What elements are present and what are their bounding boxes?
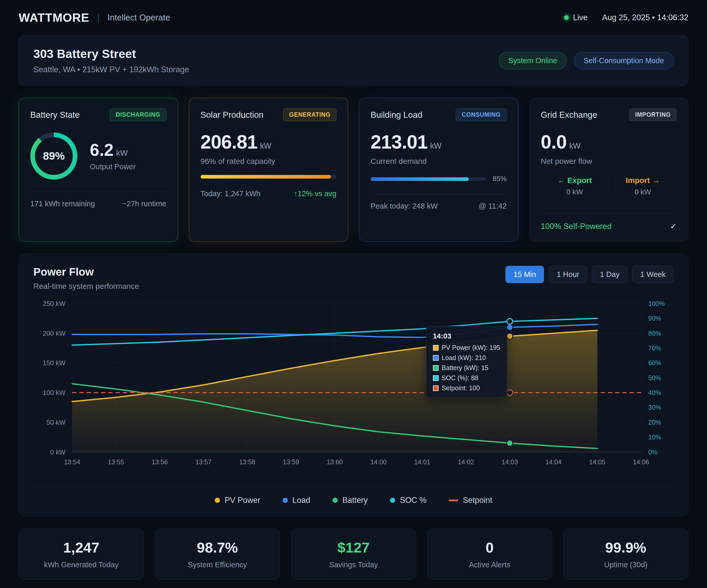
import-label: Import → xyxy=(609,176,677,185)
solar-kw: 206.81 xyxy=(201,131,258,153)
power-flow-chart[interactable]: 13:5413:5513:5613:5713:5813:5913:6014:00… xyxy=(33,297,674,480)
load-progress-percent: 85% xyxy=(493,175,506,183)
svg-text:13:54: 13:54 xyxy=(64,458,80,466)
site-badges: System Online Self-Consumption Mode xyxy=(499,52,674,69)
load-progress-fill xyxy=(371,177,469,181)
live-dot-icon xyxy=(564,15,569,20)
svg-text:14:06: 14:06 xyxy=(633,458,649,466)
svg-text:13:60: 13:60 xyxy=(327,458,343,466)
grid-unit: kW xyxy=(569,141,580,150)
battery-footer: 171 kWh remaining ~27h runtime xyxy=(30,200,166,208)
svg-text:14:04: 14:04 xyxy=(545,458,562,466)
tooltip-load-text: Load (kW): 210 xyxy=(442,354,486,362)
self-consumption-mode-badge[interactable]: Self-Consumption Mode xyxy=(574,52,674,69)
solar-unit: kW xyxy=(260,141,271,150)
chart-legend: PV Power Load Battery SOC % Setpoint xyxy=(33,486,674,507)
tooltip-pv-text: PV Power (kW): 195 xyxy=(442,344,500,352)
soc-dot-icon xyxy=(390,498,395,503)
time-range-selector: 15 Min 1 Hour 1 Day 1 Week xyxy=(505,266,674,283)
soc-swatch-icon xyxy=(433,375,439,381)
system-online-badge: System Online xyxy=(499,52,567,69)
kpi-efficiency-value: 98.7% xyxy=(160,539,275,556)
battery-remaining: 171 kWh remaining xyxy=(30,200,95,208)
kpi-savings-label: Savings Today xyxy=(296,561,411,569)
range-1day-button[interactable]: 1 Day xyxy=(592,266,628,283)
export-label: ← Export xyxy=(541,176,609,185)
battery-card-header: Battery State DISCHARGING xyxy=(30,108,166,121)
tooltip-time: 14:03 xyxy=(433,332,500,340)
power-flow-titles: Power Flow Real-time system performance xyxy=(33,266,139,291)
load-dot-icon xyxy=(282,498,288,503)
grid-export-import: ← Export 0 kW Import → 0 kW xyxy=(541,176,677,196)
load-peak: Peak today: 248 kW xyxy=(371,202,438,210)
site-subtitle: Seattle, WA • 215kW PV + 192kWh Storage xyxy=(33,65,189,74)
site-info: 303 Battery Street Seattle, WA • 215kW P… xyxy=(33,47,189,74)
svg-text:70%: 70% xyxy=(648,345,661,352)
generating-badge: GENERATING xyxy=(283,108,336,121)
brand-logo: WATTMORE xyxy=(19,11,89,25)
legend-pv-label: PV Power xyxy=(225,496,260,505)
brand-divider: | xyxy=(97,12,100,24)
range-1hour-button[interactable]: 1 Hour xyxy=(549,266,587,283)
stat-cards-row: Battery State DISCHARGING 89% 6.2kW Outp… xyxy=(19,98,688,242)
kpi-efficiency: 98.7% System Efficiency xyxy=(155,528,280,580)
svg-text:14:00: 14:00 xyxy=(370,458,386,466)
battery-output: 6.2kW Output Power xyxy=(90,141,136,171)
svg-text:100%: 100% xyxy=(648,300,665,307)
svg-text:50%: 50% xyxy=(648,374,661,382)
power-flow-subtitle: Real-time system performance xyxy=(33,282,139,291)
kpi-alerts-value: 0 xyxy=(432,539,547,556)
load-unit: kW xyxy=(430,141,441,150)
legend-battery[interactable]: Battery xyxy=(333,496,368,505)
grid-flow-label: Net power flow xyxy=(541,157,677,166)
kpi-savings-value: $127 xyxy=(296,539,411,556)
battery-soc-value: 89% xyxy=(43,150,65,162)
solar-card-title: Solar Production xyxy=(201,110,264,120)
topbar-right: Live Aug 25, 2025 • 14:06:32 xyxy=(564,13,688,22)
svg-text:250 kW: 250 kW xyxy=(43,300,66,307)
kpi-kwh-generated: 1,247 kWh Generated Today xyxy=(19,528,144,580)
kpi-efficiency-label: System Efficiency xyxy=(160,561,275,569)
solar-value: 206.81kW xyxy=(201,132,337,152)
range-15min-button[interactable]: 15 Min xyxy=(505,266,544,283)
range-1week-button[interactable]: 1 Week xyxy=(632,266,674,283)
kpi-alerts-label: Active Alerts xyxy=(432,561,547,569)
tooltip-row-load: Load (kW): 210 xyxy=(433,354,500,362)
load-card-header: Building Load CONSUMING xyxy=(371,108,507,121)
tooltip-row-pv: PV Power (kW): 195 xyxy=(433,344,500,352)
svg-text:30%: 30% xyxy=(648,404,661,411)
tooltip-row-setpoint: Setpoint: 100 xyxy=(433,384,500,392)
chart-tooltip: 14:03 PV Power (kW): 195 Load (kW): 210 … xyxy=(426,326,507,398)
legend-setpoint[interactable]: Setpoint xyxy=(449,496,492,505)
svg-text:50 kW: 50 kW xyxy=(46,419,65,426)
legend-load[interactable]: Load xyxy=(282,496,310,505)
product-name: Intellect Operate xyxy=(107,13,170,23)
svg-text:10%: 10% xyxy=(648,433,661,441)
legend-soc-label: SOC % xyxy=(400,496,427,505)
svg-text:13:56: 13:56 xyxy=(152,458,168,466)
solar-vs-avg: ↑12% vs avg xyxy=(294,190,336,198)
site-name: 303 Battery Street xyxy=(33,47,189,61)
legend-load-label: Load xyxy=(293,496,310,505)
setpoint-swatch-icon xyxy=(433,385,439,391)
brand-group: WATTMORE | Intellect Operate xyxy=(19,11,170,25)
svg-text:200 kW: 200 kW xyxy=(43,329,66,337)
grid-export-col: ← Export 0 kW xyxy=(541,176,609,196)
importing-badge: IMPORTING xyxy=(629,108,677,121)
legend-battery-label: Battery xyxy=(342,496,368,505)
svg-text:100 kW: 100 kW xyxy=(43,389,66,396)
self-powered-label: 100% Self-Powered xyxy=(541,222,612,231)
power-flow-title: Power Flow xyxy=(33,266,139,278)
load-progress: 85% xyxy=(371,175,507,183)
battery-soc-ring: 89% xyxy=(30,132,77,179)
legend-pv-power[interactable]: PV Power xyxy=(215,496,260,505)
pv-dot-icon xyxy=(215,498,220,503)
battery-body: 89% 6.2kW Output Power xyxy=(30,132,166,179)
grid-card-title: Grid Exchange xyxy=(541,110,597,120)
solar-progress-track xyxy=(201,175,337,178)
svg-text:13:57: 13:57 xyxy=(195,458,211,466)
checkmark-icon: ✓ xyxy=(670,222,677,231)
load-demand-label: Current demand xyxy=(371,157,507,166)
legend-soc[interactable]: SOC % xyxy=(390,496,427,505)
load-footer: Peak today: 248 kW @ 11:42 xyxy=(371,202,507,210)
